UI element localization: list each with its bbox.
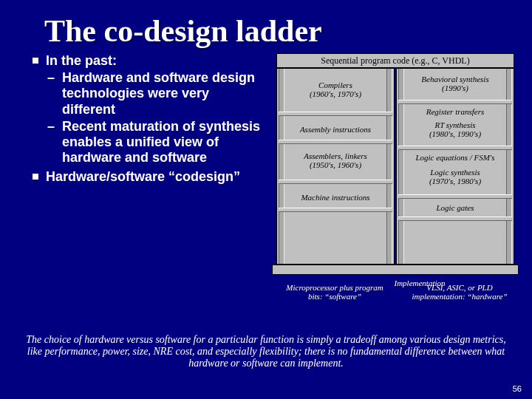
- ladder-step: [398, 146, 512, 150]
- ladder-rail: [398, 69, 404, 264]
- ladder-rung: Logic synthesis(1970's, 1980's): [404, 166, 506, 187]
- ladder-rail: [386, 69, 392, 264]
- diagram-top-bar: Sequential program code (e.g., C, VHDL): [276, 53, 514, 68]
- page-number: 56: [513, 384, 522, 393]
- ladder-rung: Behavioral synthesis(1990's): [404, 73, 506, 94]
- ladder-rail: [279, 69, 284, 264]
- bullet-text: In the past:: [46, 53, 117, 68]
- ladder-step: [279, 180, 392, 184]
- bullet-column: In the past: Hardware and software desig…: [30, 53, 266, 275]
- sub-bullet: Recent maturation of synthesis enables a…: [46, 119, 266, 166]
- impl-hardware-label: VLSI, ASIC, or PLD implementation: “hard…: [400, 283, 519, 301]
- bullet-item: Hardware/software “codesign”: [30, 169, 266, 185]
- ladder-rung: Register transfers: [404, 106, 506, 117]
- ladder-diagram: Sequential program code (e.g., C, VHDL) …: [272, 53, 519, 275]
- ladder-rail: [506, 69, 512, 264]
- bullet-text: Hardware/software “codesign”: [46, 169, 240, 184]
- ladder-step: [398, 216, 512, 221]
- ladder-rung: Assembly instructions: [284, 123, 386, 135]
- ladder-step: [279, 112, 392, 116]
- ladder-step: [398, 100, 512, 104]
- ladder-step: [279, 208, 392, 212]
- ladder-rung: Compilers(1960's, 1970's): [284, 79, 386, 100]
- slide-footnote: The choice of hardware versus software f…: [22, 334, 510, 369]
- ladder-rung: Assemblers, linkers(1950's, 1960's): [284, 150, 386, 171]
- ladder-rung: Logic equations / FSM's: [404, 151, 506, 163]
- software-ladder: Compilers(1960's, 1970's) Assembly instr…: [276, 68, 395, 265]
- diagram-base-bar: [272, 265, 519, 275]
- sub-bullet: Hardware and software design technologie…: [46, 70, 266, 117]
- ladder-rung: Logic gates: [404, 202, 506, 214]
- ladder-step: [279, 140, 392, 144]
- content-row: In the past: Hardware and software desig…: [0, 53, 532, 275]
- slide-title: The co-design ladder: [0, 0, 532, 53]
- ladder-step: [398, 194, 512, 199]
- ladder-rung: RT synthesis(1980's, 1990's): [404, 119, 506, 140]
- hardware-ladder: Behavioral synthesis(1990's) Register tr…: [396, 68, 514, 265]
- bullet-item: In the past: Hardware and software desig…: [30, 53, 266, 166]
- ladder-rung: Machine instructions: [284, 191, 386, 203]
- impl-software-label: Microprocessor plus program bits: “softw…: [279, 283, 390, 301]
